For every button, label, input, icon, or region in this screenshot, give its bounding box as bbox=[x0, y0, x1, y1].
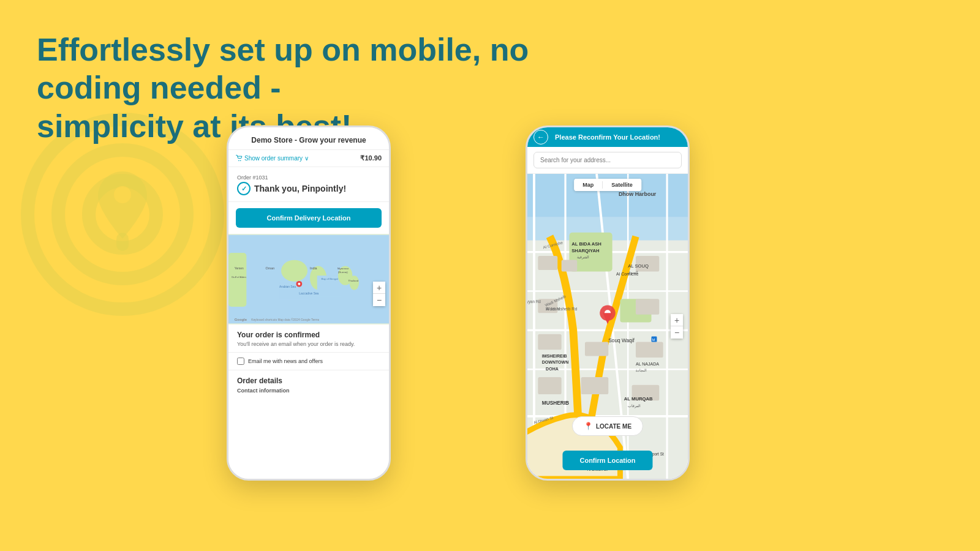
cart-icon bbox=[236, 155, 243, 162]
back-button[interactable]: ← bbox=[533, 130, 548, 144]
svg-text:السوق: السوق bbox=[628, 270, 638, 275]
svg-text:Gulf of Aden: Gulf of Aden bbox=[232, 276, 247, 279]
svg-text:SHARQIYAH: SHARQIYAH bbox=[571, 248, 600, 253]
contact-info-label: Contact information bbox=[237, 388, 380, 394]
svg-rect-53 bbox=[581, 377, 609, 394]
svg-text:AL SOUQ: AL SOUQ bbox=[628, 263, 649, 269]
order-details-section: Order details Contact information bbox=[228, 370, 389, 397]
svg-point-3 bbox=[114, 186, 131, 203]
svg-text:Yemen: Yemen bbox=[235, 267, 244, 270]
svg-text:AL NAJADA: AL NAJADA bbox=[636, 362, 659, 366]
map-area-left: Laccadive Sea Yemen Gulf of Aden Oman In… bbox=[228, 234, 389, 324]
order-summary-bar: Show order summary ∨ ₹10.90 bbox=[228, 150, 389, 167]
svg-text:India: India bbox=[310, 266, 317, 270]
locate-icon: 📍 bbox=[584, 422, 593, 430]
map-tab-satellite[interactable]: Satellite bbox=[603, 179, 641, 191]
email-checkbox-row: Email me with news and offers bbox=[228, 353, 389, 370]
address-search-input[interactable] bbox=[533, 152, 682, 168]
svg-text:Bay of Bengal: Bay of Bengal bbox=[322, 277, 338, 280]
svg-point-6 bbox=[240, 160, 241, 162]
map-zoom-controls-left: + − bbox=[373, 282, 385, 306]
svg-text:Souq Waqif: Souq Waqif bbox=[608, 337, 635, 343]
order-confirmed-subtitle: You'll receive an email when your order … bbox=[237, 341, 380, 347]
svg-text:DOWNTOWN: DOWNTOWN bbox=[542, 360, 569, 364]
svg-text:M: M bbox=[652, 338, 655, 342]
order-confirmed-section: Order #1031 ✓ Thank you, Pinpointly! bbox=[228, 167, 389, 202]
svg-text:Thailand: Thailand bbox=[349, 279, 359, 282]
show-order-summary-link[interactable]: Show order summary ∨ bbox=[236, 155, 309, 162]
check-circle-icon: ✓ bbox=[237, 182, 251, 195]
map-area-right: Al Corniche Al Rayyan Rd Al Jasra AL BID… bbox=[527, 174, 688, 479]
svg-text:IMSHEIREIB: IMSHEIREIB bbox=[542, 354, 567, 358]
svg-text:Wadi Msheib Rd: Wadi Msheib Rd bbox=[546, 307, 577, 311]
map-zoom-controls-right: + − bbox=[671, 314, 683, 339]
svg-rect-52 bbox=[538, 377, 561, 394]
svg-rect-13 bbox=[228, 253, 246, 307]
phone-mockup-left: Demo Store - Grow your revenue Show orde… bbox=[227, 126, 391, 481]
svg-text:DOHA: DOHA bbox=[546, 367, 559, 371]
svg-text:Myanmar: Myanmar bbox=[337, 267, 349, 270]
zoom-in-button-right[interactable]: + bbox=[671, 314, 683, 326]
svg-text:Google: Google bbox=[235, 318, 247, 321]
store-name: Demo Store - Grow your revenue bbox=[228, 127, 389, 150]
svg-text:الشرقية: الشرقية bbox=[577, 255, 589, 260]
svg-text:Al Rayyan Rd: Al Rayyan Rd bbox=[527, 299, 541, 304]
zoom-in-button-left[interactable]: + bbox=[373, 282, 385, 294]
confirm-delivery-button[interactable]: Confirm Delivery Location bbox=[236, 208, 382, 228]
svg-text:Dhow Harbour: Dhow Harbour bbox=[619, 191, 657, 197]
svg-rect-51 bbox=[585, 342, 608, 356]
svg-text:AL MURQAB: AL MURQAB bbox=[624, 396, 653, 402]
map-tabs: Map Satellite bbox=[574, 179, 641, 191]
order-price: ₹10.90 bbox=[360, 154, 382, 162]
zoom-out-button-left[interactable]: − bbox=[373, 294, 385, 306]
order-details-title: Order details bbox=[237, 377, 380, 385]
confirm-location-button[interactable]: Confirm Location bbox=[562, 451, 652, 470]
locate-me-button[interactable]: 📍 LOCATE ME bbox=[572, 416, 643, 436]
svg-text:النجادة: النجادة bbox=[636, 368, 647, 372]
svg-point-26 bbox=[298, 283, 300, 285]
zoom-out-button-right[interactable]: − bbox=[671, 326, 683, 339]
svg-point-8 bbox=[281, 260, 307, 282]
svg-text:المرقاب: المرقاب bbox=[628, 403, 641, 408]
location-header: ← Please Reconfirm Your Location! bbox=[527, 127, 688, 147]
phone-mockup-right: ← Please Reconfirm Your Location! bbox=[526, 126, 690, 481]
svg-text:(Burma): (Burma) bbox=[338, 271, 348, 274]
map-tab-map[interactable]: Map bbox=[574, 179, 602, 191]
svg-rect-49 bbox=[636, 299, 659, 315]
thank-you-message: ✓ Thank you, Pinpointly! bbox=[237, 182, 380, 195]
svg-rect-4 bbox=[116, 233, 129, 251]
svg-rect-10 bbox=[279, 282, 309, 299]
search-bar-container bbox=[527, 147, 688, 174]
location-title: Please Reconfirm Your Location! bbox=[555, 133, 660, 141]
svg-text:Arabian Sea: Arabian Sea bbox=[279, 285, 296, 288]
svg-text:Keyboard shortcuts  Map data ©: Keyboard shortcuts Map data ©2024 Google… bbox=[251, 318, 320, 321]
order-info-section: Your order is confirmed You'll receive a… bbox=[228, 324, 389, 353]
svg-rect-45 bbox=[562, 260, 578, 271]
order-confirmed-title: Your order is confirmed bbox=[237, 331, 380, 339]
svg-rect-48 bbox=[538, 334, 561, 350]
svg-rect-7 bbox=[228, 235, 389, 324]
svg-text:AL BIDA ASH: AL BIDA ASH bbox=[571, 241, 601, 247]
svg-rect-50 bbox=[636, 342, 663, 358]
svg-point-15 bbox=[349, 276, 359, 290]
svg-text:Oman: Oman bbox=[266, 266, 275, 270]
svg-text:MUSHERIB: MUSHERIB bbox=[542, 400, 569, 406]
svg-text:Laccadive Sea: Laccadive Sea bbox=[299, 292, 318, 295]
email-checkbox-label: Email me with news and offers bbox=[248, 358, 323, 364]
svg-rect-44 bbox=[538, 256, 557, 270]
email-checkbox[interactable] bbox=[237, 358, 244, 365]
order-number: Order #1031 bbox=[237, 174, 380, 181]
svg-point-5 bbox=[238, 160, 239, 162]
